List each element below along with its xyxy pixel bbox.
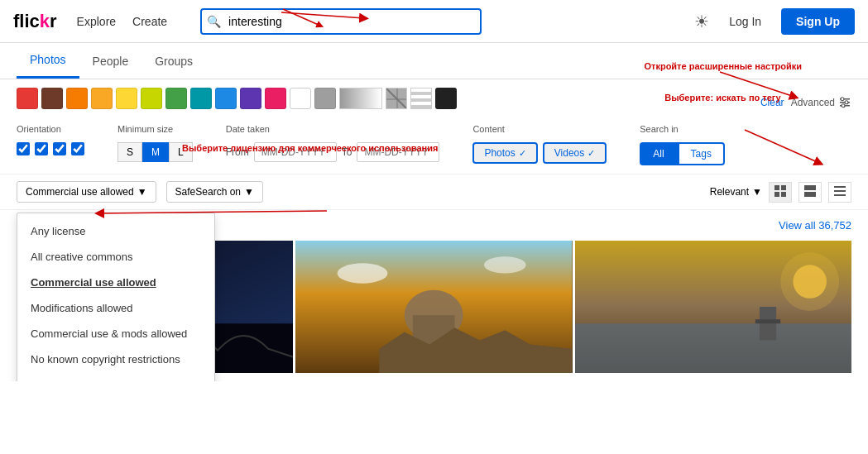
license-option-mods[interactable]: Modifications allowed [17,295,214,321]
search-in-tags[interactable]: Tags [678,142,725,165]
color-orange[interactable] [66,88,88,109]
date-label: Date taken [226,124,440,134]
license-dropdown[interactable]: Commercial use allowed ▼ [17,181,156,203]
svg-rect-17 [834,186,846,188]
view-options: Relevant ▼ [710,182,851,203]
filter-search-in: Search in Выберите: искать по тегу All T… [640,124,725,165]
license-annotation: Выберите лицензию для коммерческого испо… [182,143,438,153]
color-yellow-dark[interactable] [91,88,113,109]
sort-label: Relevant [710,186,749,198]
login-button[interactable]: Log In [719,10,771,33]
header: flickr Explore Create Введите ключевое с… [0,0,868,43]
color-teal[interactable] [190,88,212,109]
license-label: Commercial use allowed [26,186,134,198]
view-grid-2[interactable] [798,182,822,203]
tab-groups[interactable]: Groups [141,45,206,78]
cb-orientation-3[interactable] [53,142,66,155]
orientation-checkboxes [17,142,84,155]
color-pattern2[interactable] [410,88,432,109]
color-yellow[interactable] [116,88,137,109]
svg-rect-11 [774,185,779,190]
content-videos-label: Videos [554,147,584,159]
photo-item-2[interactable] [295,241,572,373]
list-icon [834,185,846,197]
svg-rect-31 [755,319,779,323]
size-s[interactable]: S [117,142,142,162]
view-all-link[interactable]: View all 36,752 [779,219,851,232]
upload-icon[interactable]: ☀ [694,12,709,31]
license-option-gov[interactable]: U.S. Government works [17,372,214,381]
grid-2-icon [804,185,816,197]
svg-line-0 [283,9,320,26]
svg-rect-13 [774,192,779,197]
size-m[interactable]: M [142,142,169,162]
safesearch-label: SafeSearch on [175,186,241,198]
photo-item-3[interactable] [575,241,851,373]
content-label: Content [472,124,607,134]
filters-section: Откройте расширенные настройки Clear Adv… [0,79,868,174]
color-yellow-green[interactable] [141,88,162,109]
color-purple[interactable] [240,88,261,109]
view-list[interactable] [828,182,851,203]
content-photos[interactable]: Photos ✓ [472,142,537,164]
svg-rect-16 [804,192,816,197]
svg-point-26 [338,263,388,283]
svg-rect-19 [834,194,846,196]
license-area: Commercial use allowed ▼ Any license All… [17,181,156,203]
color-black[interactable] [435,88,457,109]
cb-orientation-1[interactable] [17,142,30,155]
sliders-icon [838,96,851,109]
license-option-commercial[interactable]: Commercial use allowed [17,270,214,295]
svg-point-10 [842,104,845,108]
grid-4-icon [774,185,786,197]
license-option-any[interactable]: Any license [17,218,214,244]
license-option-no-copyright[interactable]: No known copyright restrictions [17,346,214,372]
color-brown[interactable] [41,88,63,109]
color-gray-light[interactable] [314,88,336,109]
view-grid-4[interactable] [769,182,792,203]
tab-photos[interactable]: Photos [17,43,79,79]
content-buttons: Photos ✓ Videos ✓ [472,142,607,164]
color-row [17,88,457,109]
advanced-button[interactable]: Advanced [791,96,851,109]
sort-chevron-icon: ▼ [752,186,762,198]
nav-explore[interactable]: Explore [77,15,116,28]
svg-point-27 [484,256,526,273]
license-chevron-icon: ▼ [137,186,147,198]
orientation-label: Orientation [17,124,84,134]
color-pattern1[interactable] [386,88,407,109]
svg-rect-29 [575,323,851,373]
advanced-annotation: Откройте расширенные настройки [644,61,802,71]
search-container: 🔍 [200,8,482,35]
color-blue[interactable] [215,88,237,109]
svg-point-33 [780,252,839,311]
cb-orientation-2[interactable] [35,142,48,155]
license-option-cc[interactable]: All creative commons [17,244,214,270]
svg-rect-18 [834,190,846,192]
cb-orientation-4[interactable] [71,142,84,155]
filter-content: Content Photos ✓ Videos ✓ [472,124,607,164]
color-red[interactable] [17,88,38,109]
tab-people[interactable]: People [79,45,142,78]
safesearch-chevron-icon: ▼ [244,186,254,198]
content-videos[interactable]: Videos ✓ [543,142,607,164]
safesearch-dropdown[interactable]: SafeSearch on ▼ [166,181,263,203]
photos-check: ✓ [519,148,526,159]
min-size-label: Minimum size [117,124,193,134]
header-nav: Explore Create [77,15,168,28]
nav-create[interactable]: Create [132,15,167,28]
search-input[interactable] [200,8,482,35]
tags-annotation: Выберите: искать по тегу [664,93,780,103]
header-right: ☀ Log In Sign Up [694,8,855,35]
license-dropdown-menu: Any license All creative commons Commerc… [17,213,215,381]
color-pink[interactable] [265,88,286,109]
license-option-commercial-mods[interactable]: Commercial use & mods allowed [17,321,214,346]
svg-rect-14 [781,192,786,197]
sort-dropdown[interactable]: Relevant ▼ [710,186,762,198]
color-gradient[interactable] [339,88,382,109]
color-green[interactable] [165,88,187,109]
search-in-all[interactable]: All [640,142,677,165]
svg-point-8 [841,98,844,101]
color-white[interactable] [290,88,311,109]
signup-button[interactable]: Sign Up [781,8,855,35]
